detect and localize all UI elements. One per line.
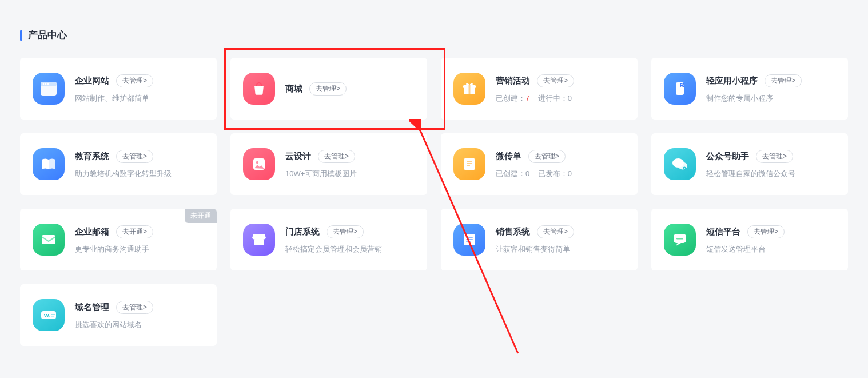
card-stats: 已创建：0 已发布：0 bbox=[496, 169, 572, 179]
stat-running-label: 进行中： bbox=[538, 94, 568, 102]
manage-button[interactable]: 去管理> bbox=[116, 74, 153, 87]
svg-point-17 bbox=[678, 162, 687, 170]
gift-icon bbox=[453, 73, 485, 105]
svg-rect-24 bbox=[466, 241, 471, 242]
card-store[interactable]: 门店系统 去管理> 轻松搞定会员管理和会员营销 bbox=[230, 209, 427, 270]
image-icon bbox=[243, 148, 275, 180]
card-title: 短信平台 bbox=[706, 226, 740, 237]
card-edu[interactable]: 教育系统 去管理> 助力教培机构数字化转型升级 bbox=[20, 133, 217, 195]
svg-rect-19 bbox=[42, 235, 55, 244]
stat-created-value: 7 bbox=[525, 94, 529, 102]
book-icon bbox=[33, 148, 65, 180]
card-website[interactable]: 企业网站 去管理> 网站制作、维护都简单 bbox=[20, 58, 217, 120]
store-icon bbox=[243, 224, 275, 256]
section-title-text: 产品中心 bbox=[28, 29, 67, 42]
card-wechat[interactable]: 公众号助手 去管理> 轻松管理自家的微信公众号 bbox=[651, 133, 848, 195]
stat-created-label: 已创建： bbox=[496, 94, 525, 102]
document-icon bbox=[453, 148, 485, 180]
svg-rect-26 bbox=[676, 238, 683, 240]
list-icon bbox=[453, 224, 485, 256]
manage-button[interactable]: 去管理> bbox=[765, 74, 802, 87]
card-shop[interactable]: 商城 去管理> bbox=[230, 58, 427, 120]
manage-button[interactable]: 去管理> bbox=[116, 301, 153, 314]
stat-created-label: 已创建： bbox=[496, 169, 525, 178]
section-title: 产品中心 bbox=[20, 29, 848, 42]
card-subtitle: 轻松管理自家的微信公众号 bbox=[706, 169, 795, 179]
svg-rect-13 bbox=[467, 161, 472, 162]
manage-button[interactable]: 去管理> bbox=[537, 74, 574, 87]
svg-point-2 bbox=[43, 83, 45, 85]
card-flyer[interactable]: 微传单 去管理> 已创建：0 已发布：0 bbox=[441, 133, 638, 195]
card-title: 教育系统 bbox=[75, 151, 109, 162]
card-stats: 已创建：7 进行中：0 bbox=[496, 93, 574, 104]
section-title-accent bbox=[20, 30, 22, 41]
manage-button[interactable]: 去管理> bbox=[327, 225, 364, 238]
manage-button[interactable]: 去管理> bbox=[116, 150, 153, 163]
card-subtitle: 短信发送管理平台 bbox=[706, 244, 785, 254]
svg-rect-15 bbox=[467, 165, 470, 166]
card-title: 域名管理 bbox=[75, 302, 109, 313]
stat-published-label: 已发布： bbox=[538, 169, 568, 178]
card-marketing[interactable]: 营销活动 去管理> 已创建：7 进行中：0 bbox=[441, 58, 638, 120]
svg-point-3 bbox=[45, 83, 47, 85]
manage-button[interactable]: 去管理> bbox=[756, 150, 793, 163]
stat-published-value: 0 bbox=[568, 169, 572, 178]
card-subtitle: 轻松搞定会员管理和会员营销 bbox=[285, 244, 382, 254]
svg-rect-29 bbox=[51, 314, 55, 315]
manage-button[interactable]: 去管理> bbox=[537, 225, 574, 238]
card-title: 企业网站 bbox=[75, 75, 109, 86]
svg-rect-20 bbox=[254, 239, 264, 245]
card-subtitle: 制作您的专属小程序 bbox=[706, 93, 802, 104]
card-subtitle: 让获客和销售变得简单 bbox=[496, 244, 574, 254]
activate-button[interactable]: 去开通> bbox=[116, 225, 153, 238]
svg-rect-30 bbox=[51, 316, 54, 317]
svg-text:W.: W. bbox=[44, 313, 50, 319]
stat-running-value: 0 bbox=[568, 94, 572, 102]
svg-rect-22 bbox=[466, 237, 473, 238]
svg-point-9 bbox=[680, 83, 684, 87]
svg-point-4 bbox=[47, 83, 49, 85]
manage-button[interactable]: 去管理> bbox=[747, 225, 785, 238]
svg-point-11 bbox=[256, 161, 258, 164]
shopping-bag-icon bbox=[243, 73, 275, 105]
card-miniapp[interactable]: 轻应用小程序 去管理> 制作您的专属小程序 bbox=[651, 58, 848, 120]
svg-rect-7 bbox=[469, 85, 471, 94]
stat-created-value: 0 bbox=[525, 169, 529, 178]
browser-window-icon bbox=[33, 73, 65, 105]
card-subtitle: 10W+可商用模板图片 bbox=[285, 169, 357, 179]
product-card-grid: 企业网站 去管理> 网站制作、维护都简单 商城 去管理> bbox=[20, 58, 848, 346]
envelope-icon bbox=[33, 224, 65, 256]
card-design[interactable]: 云设计 去管理> 10W+可商用模板图片 bbox=[230, 133, 427, 195]
card-title: 轻应用小程序 bbox=[706, 75, 758, 86]
domain-icon: W. bbox=[33, 299, 65, 331]
card-sms[interactable]: 短信平台 去管理> 短信发送管理平台 bbox=[651, 209, 848, 270]
svg-rect-14 bbox=[467, 163, 472, 164]
card-title: 门店系统 bbox=[285, 226, 320, 237]
svg-rect-23 bbox=[466, 239, 473, 240]
miniapp-icon bbox=[664, 73, 696, 105]
card-mail[interactable]: 未开通 企业邮箱 去开通> 更专业的商务沟通助手 bbox=[20, 209, 217, 270]
chat-icon bbox=[664, 224, 696, 256]
wechat-icon bbox=[664, 148, 696, 180]
manage-button[interactable]: 去管理> bbox=[309, 82, 347, 96]
manage-button[interactable]: 去管理> bbox=[528, 150, 566, 163]
card-sales[interactable]: 销售系统 去管理> 让获客和销售变得简单 bbox=[441, 209, 638, 270]
card-title: 销售系统 bbox=[496, 226, 530, 237]
card-title: 商城 bbox=[285, 83, 302, 94]
card-title: 微传单 bbox=[496, 151, 521, 162]
card-subtitle: 更专业的商务沟通助手 bbox=[75, 244, 153, 254]
card-domain[interactable]: W. 域名管理 去管理> 挑选喜欢的网站域名 bbox=[20, 284, 217, 346]
manage-button[interactable]: 去管理> bbox=[318, 150, 355, 163]
card-title: 公众号助手 bbox=[706, 151, 749, 162]
card-title: 云设计 bbox=[285, 151, 311, 162]
card-subtitle: 挑选喜欢的网站域名 bbox=[75, 320, 153, 330]
card-title: 企业邮箱 bbox=[75, 226, 109, 237]
not-activated-badge: 未开通 bbox=[185, 209, 217, 223]
card-subtitle: 助力教培机构数字化转型升级 bbox=[75, 169, 172, 179]
card-subtitle: 网站制作、维护都简单 bbox=[75, 93, 153, 104]
card-title: 营销活动 bbox=[496, 75, 530, 86]
